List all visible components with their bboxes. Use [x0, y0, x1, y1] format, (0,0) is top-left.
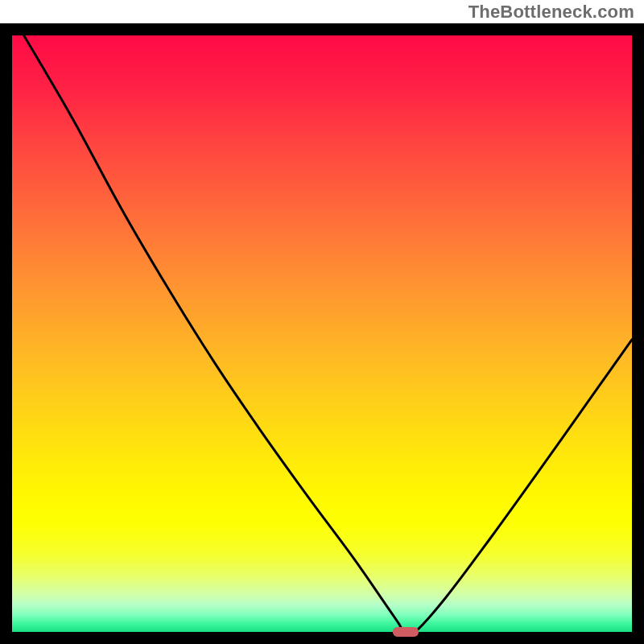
svg-rect-2 [632, 23, 644, 644]
svg-rect-1 [0, 23, 12, 644]
optimal-marker [393, 627, 419, 637]
chart-background [12, 35, 632, 632]
chart-stage: TheBottleneck.com [0, 0, 644, 644]
bottleneck-chart [0, 0, 644, 644]
svg-rect-4 [0, 632, 644, 644]
svg-rect-3 [0, 23, 644, 35]
